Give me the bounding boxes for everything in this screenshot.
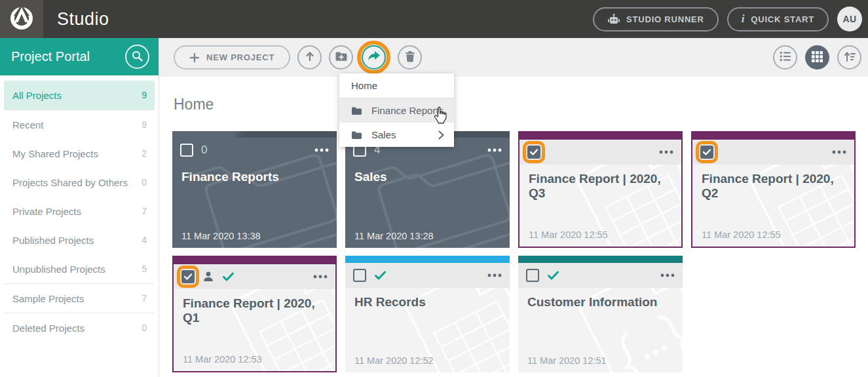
card-color-bar: [518, 256, 683, 263]
studio-runner-label: STUDIO RUNNER: [626, 14, 704, 24]
folder-item-count: 0: [201, 144, 207, 157]
card-date: 11 Mar 2020 13:38: [181, 231, 261, 241]
card-checkbox-checked[interactable]: [527, 146, 540, 159]
studio-runner-button[interactable]: STUDIO RUNNER: [593, 7, 719, 31]
card-title: Finance Reports: [181, 170, 328, 184]
card-title: Customer Information: [527, 295, 673, 309]
card-header-row: [692, 140, 854, 165]
card-menu-button[interactable]: [660, 273, 675, 277]
folder-card[interactable]: 4Sales 11 Mar 2020 13:28: [345, 131, 510, 248]
new-project-button[interactable]: NEW PROJECT: [174, 45, 290, 69]
card-color-bar: [174, 257, 335, 264]
sidebar-item[interactable]: My Shared Projects2: [4, 139, 155, 168]
dropdown-item-label: Home: [351, 80, 377, 91]
view-controls: [766, 45, 868, 69]
dropdown-item-finance-reports[interactable]: Finance Reports: [339, 98, 454, 123]
grid-view-button[interactable]: [805, 45, 829, 69]
card-menu-button[interactable]: [659, 150, 673, 154]
sidebar-item-count: 7: [142, 206, 147, 216]
folder-tab-strip: [172, 131, 337, 138]
card-menu-button[interactable]: [313, 275, 328, 279]
card-title: Sales: [354, 170, 500, 184]
list-view-button[interactable]: [773, 45, 797, 69]
card-checkbox-checked[interactable]: [700, 146, 713, 159]
app-title: Studio: [57, 9, 109, 30]
project-grid: 0Finance Reports 11 Mar 2020 13:384Sales…: [172, 131, 858, 372]
project-card[interactable]: HR Records 11 Mar 2020 12:52: [345, 256, 510, 372]
card-date: 11 Mar 2020 12:55: [529, 229, 608, 240]
project-card[interactable]: Finance Report | 2020, Q2 11 Mar 2020 12…: [691, 131, 856, 248]
project-card[interactable]: Finance Report | 2020, Q1 11 Mar 2020 12…: [172, 256, 337, 372]
card-checkbox-checked[interactable]: [181, 270, 195, 283]
app-window: Studio STUDIO RUNNER i: [0, 0, 868, 377]
main-content: Home 0Finance Reports 11 Mar 2020 13:384…: [160, 77, 868, 377]
sort-button[interactable]: [837, 45, 861, 69]
folder-plus-icon: [335, 50, 348, 64]
card-checkbox[interactable]: [180, 144, 193, 157]
delete-button[interactable]: [398, 45, 422, 69]
sidebar-item-label: Sample Projects: [12, 293, 84, 304]
sidebar-item-label: Deleted Projects: [12, 323, 85, 334]
sidebar-item-count: 9: [142, 119, 147, 130]
sidebar-item[interactable]: All Projects9: [4, 81, 155, 109]
new-folder-button[interactable]: [329, 45, 353, 69]
quick-start-button[interactable]: i QUICK START: [727, 7, 829, 31]
sidebar-item-label: Published Projects: [12, 235, 94, 246]
shared-user-icon: [202, 271, 214, 283]
card-menu-button[interactable]: [487, 148, 502, 152]
card-date: 11 Mar 2020 12:51: [527, 355, 607, 366]
sidebar-item-label: My Shared Projects: [12, 148, 98, 159]
sidebar-item-count: 7: [142, 293, 147, 304]
sidebar-item[interactable]: Sample Projects7: [4, 284, 155, 313]
trash-icon: [405, 50, 415, 64]
card-menu-button[interactable]: [314, 148, 329, 152]
sidebar-item[interactable]: Published Projects4: [4, 226, 155, 254]
folder-icon: [351, 130, 362, 140]
project-card[interactable]: Customer Information 11 Mar 2020 12:51: [518, 256, 683, 372]
sidebar-item[interactable]: Deleted Projects0: [4, 313, 155, 342]
dropdown-item-sales[interactable]: Sales: [339, 123, 454, 147]
card-color-bar: [345, 256, 510, 263]
sidebar-header: Project Portal: [0, 38, 159, 75]
sidebar: Project Portal All Projects9Recent9My Sh…: [0, 38, 159, 377]
card-menu-button[interactable]: [832, 150, 846, 154]
robot-icon: [607, 14, 620, 24]
card-checkbox[interactable]: [526, 269, 539, 282]
sidebar-item-label: All Projects: [12, 90, 62, 101]
dropdown-item-label: Sales: [371, 129, 396, 140]
grid-icon: [812, 51, 823, 64]
card-header-row: [345, 263, 510, 288]
sidebar-item[interactable]: Unpublished Projects5: [4, 254, 155, 283]
move-dropdown-menu: Home Finance Reports Sales: [339, 73, 454, 147]
toolbar: NEW PROJECT: [159, 38, 868, 77]
card-title: Finance Report | 2020, Q3: [529, 172, 672, 201]
card-date: 11 Mar 2020 12:53: [183, 354, 262, 365]
dropdown-item-label: Finance Reports: [371, 105, 443, 116]
alteryx-logo[interactable]: [0, 0, 43, 38]
upload-button[interactable]: [297, 45, 322, 69]
sidebar-item-label: Unpublished Projects: [12, 264, 105, 275]
folder-icon: [351, 106, 362, 115]
card-header-row: [518, 263, 683, 288]
published-check-icon: [374, 270, 387, 281]
sidebar-item[interactable]: Recent9: [4, 110, 155, 139]
dropdown-item-home[interactable]: Home: [339, 73, 454, 98]
sidebar-item[interactable]: Projects Shared by Others0: [4, 168, 155, 197]
new-project-label: NEW PROJECT: [206, 52, 274, 62]
sidebar-title: Project Portal: [11, 49, 90, 64]
card-menu-button[interactable]: [487, 273, 502, 277]
quick-start-label: QUICK START: [751, 14, 814, 24]
sidebar-item-count: 9: [142, 90, 147, 100]
annotation-circle: [357, 41, 390, 74]
avatar[interactable]: AU: [837, 7, 862, 31]
top-navbar: Studio STUDIO RUNNER i: [0, 0, 868, 38]
move-to-folder-button[interactable]: [362, 45, 386, 69]
topbar-actions: STUDIO RUNNER i QUICK START AU: [593, 7, 868, 31]
folder-card[interactable]: 0Finance Reports 11 Mar 2020 13:38: [172, 131, 337, 248]
card-checkbox[interactable]: [353, 269, 366, 282]
page-title: Home: [174, 96, 214, 113]
project-card[interactable]: Finance Report | 2020, Q3 11 Mar 2020 12…: [518, 131, 683, 248]
sidebar-item[interactable]: Private Projects7: [4, 197, 155, 226]
published-check-icon: [222, 271, 235, 282]
search-button[interactable]: [125, 45, 149, 69]
